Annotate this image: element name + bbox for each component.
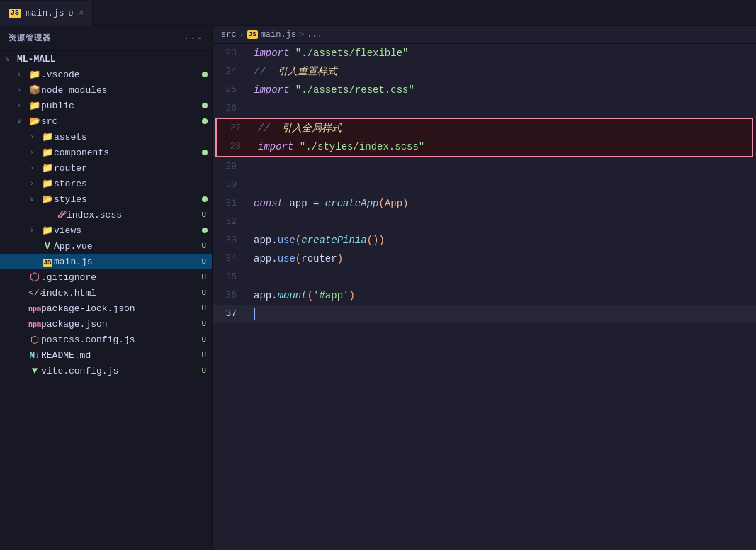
line-num-24: 24 [213, 62, 248, 81]
main-js-icon: JS [41, 257, 54, 267]
sidebar: 资源管理器 ··· ∨ ML-MALL › 📁 .vscode › 📦 [0, 26, 213, 550]
sidebar-title: 资源管理器 [9, 33, 51, 43]
sidebar-item-app-vue[interactable]: V App.vue U [0, 238, 212, 254]
src-chevron: ∨ [17, 117, 28, 125]
line-content-27: // 引入全局样式 [252, 119, 752, 138]
git-icon: ⬡ [28, 270, 41, 284]
views-dot [202, 228, 208, 233]
breadcrumb-src: src [221, 30, 237, 40]
code-line-27: 27 // 引入全局样式 [217, 119, 752, 138]
sidebar-item-views[interactable]: › 📁 views [0, 223, 212, 238]
line-content-32 [248, 213, 756, 231]
more-icon[interactable]: ··· [184, 33, 203, 44]
sidebar-item-styles[interactable]: ∨ 📂 styles [0, 191, 212, 207]
code-editor[interactable]: 23 import "./assets/flexible" 24 // 引入重置… [213, 44, 756, 550]
sidebar-item-vite-config[interactable]: ▼ vite.config.js U [0, 363, 212, 378]
views-icon: 📁 [41, 225, 54, 236]
public-chevron: › [17, 102, 28, 110]
breadcrumb-sep2: > [299, 30, 304, 40]
line-num-27: 27 [217, 119, 252, 138]
stores-chevron: › [30, 180, 41, 188]
code-line-34: 34 app.use(router) [213, 249, 756, 268]
sidebar-item-assets[interactable]: › 📁 assets [0, 129, 212, 145]
breadcrumb-js-icon: JS [247, 30, 258, 39]
public-dot [202, 103, 208, 108]
line-num-37: 37 [213, 305, 248, 323]
pkg-lock-label: package-lock.json [41, 303, 201, 314]
styles-label: styles [54, 194, 202, 205]
code-line-24: 24 // 引入重置样式 [213, 62, 756, 81]
scss-label: index.scss [67, 210, 201, 220]
tab-bar: JS main.js U × [0, 0, 756, 26]
sidebar-item-package-json[interactable]: npm package.json U [0, 316, 212, 332]
js-icon: JS [9, 9, 21, 18]
highlight-box: 27 // 引入全局样式 28 import "./styles/index.s… [215, 118, 753, 157]
code-line-32: 32 [213, 213, 756, 231]
postcss-icon: ⬡ [28, 334, 41, 346]
breadcrumb-sep1: › [239, 30, 244, 40]
sidebar-item-vscode[interactable]: › 📁 .vscode [0, 67, 212, 82]
components-icon: 📁 [41, 147, 54, 158]
code-line-26: 26 [213, 99, 756, 118]
line-num-32: 32 [213, 213, 248, 231]
line-content-31: const app = createApp(App) [248, 194, 756, 213]
line-num-35: 35 [213, 268, 248, 286]
line-content-34: app.use(router) [248, 249, 756, 268]
root-label: ML-MALL [17, 54, 212, 64]
sidebar-item-index-scss[interactable]: › 𝒮 index.scss U [0, 207, 212, 223]
sidebar-item-public[interactable]: › 📁 public [0, 98, 212, 113]
sidebar-item-readme[interactable]: M↓ README.md U [0, 347, 212, 363]
app-vue-icon: V [41, 241, 54, 252]
postcss-badge: U [201, 335, 206, 344]
styles-icon: 📂 [41, 193, 54, 205]
line-content-28: import "./styles/index.scss" [252, 138, 752, 156]
breadcrumb: src › JS main.js > ... [213, 26, 756, 44]
stores-icon: 📁 [41, 178, 54, 189]
node-modules-label: node_modules [41, 85, 212, 96]
line-num-36: 36 [213, 286, 248, 305]
pkg-json-badge: U [201, 320, 206, 328]
line-num-23: 23 [213, 44, 248, 62]
sidebar-item-stores[interactable]: › 📁 stores [0, 176, 212, 191]
sidebar-item-index-html[interactable]: </> index.html U [0, 285, 212, 301]
stores-label: stores [54, 179, 212, 189]
sidebar-item-postcss[interactable]: ⬡ postcss.config.js U [0, 332, 212, 347]
main-layout: 资源管理器 ··· ∨ ML-MALL › 📁 .vscode › 📦 [0, 26, 756, 550]
node-modules-icon: 📦 [28, 84, 41, 96]
tab-close-button[interactable]: × [79, 9, 84, 18]
code-line-25: 25 import "./assets/reset.css" [213, 81, 756, 99]
breadcrumb-filename: main.js [261, 30, 296, 40]
editor-area: src › JS main.js > ... 23 import "./asse… [213, 26, 756, 550]
sidebar-item-router[interactable]: › 📁 router [0, 160, 212, 176]
sidebar-item-node-modules[interactable]: › 📦 node_modules [0, 82, 212, 98]
scss-icon: 𝒮 [54, 210, 67, 220]
line-content-25: import "./assets/reset.css" [248, 81, 756, 99]
line-num-25: 25 [213, 81, 248, 99]
tree-root[interactable]: ∨ ML-MALL [0, 51, 212, 67]
sidebar-item-src[interactable]: ∨ 📂 src [0, 113, 212, 129]
sidebar-item-gitignore[interactable]: ⬡ .gitignore U [0, 269, 212, 285]
public-icon: 📁 [28, 100, 41, 111]
postcss-label: postcss.config.js [41, 335, 201, 345]
assets-icon: 📁 [41, 131, 54, 142]
code-line-28: 28 import "./styles/index.scss" [217, 138, 752, 156]
main-js-tab[interactable]: JS main.js U × [0, 1, 93, 26]
src-label: src [41, 116, 202, 127]
sidebar-item-components[interactable]: › 📁 components [0, 145, 212, 160]
html-icon: </> [28, 288, 41, 298]
node-modules-chevron: › [17, 86, 28, 94]
gitignore-label: .gitignore [41, 272, 201, 283]
vscode-dot [202, 72, 208, 77]
src-icon: 📂 [28, 116, 41, 127]
line-content-33: app.use(createPinia()) [248, 231, 756, 249]
html-label: index.html [41, 288, 201, 298]
sidebar-item-main-js[interactable]: JS main.js U [0, 254, 212, 269]
tab-label: main.js [26, 8, 64, 18]
components-chevron: › [30, 149, 41, 157]
line-content-30 [248, 176, 756, 194]
router-label: router [54, 163, 212, 174]
sidebar-content: ∨ ML-MALL › 📁 .vscode › 📦 node_modules ›… [0, 51, 212, 550]
sidebar-item-package-lock[interactable]: npm package-lock.json U [0, 301, 212, 316]
vscode-folder-icon: 📁 [28, 69, 41, 80]
line-content-26 [248, 99, 756, 118]
